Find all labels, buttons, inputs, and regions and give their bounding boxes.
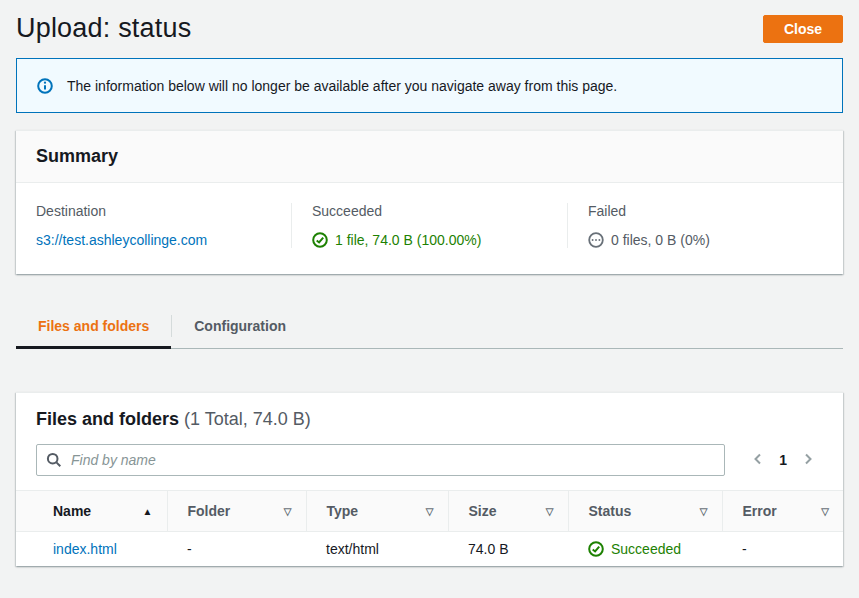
sort-unsorted-icon: ▽ xyxy=(821,506,829,517)
summary-header: Summary xyxy=(16,131,843,183)
succeeded-label: Succeeded xyxy=(312,203,547,219)
column-label-type: Type xyxy=(327,503,359,519)
failed-value: 0 files, 0 B (0%) xyxy=(611,232,710,248)
cell-folder: - xyxy=(167,532,306,567)
upload-status-page: Upload: status Close The information bel… xyxy=(0,0,859,566)
tab-bar: Files and folders Configuration xyxy=(16,304,843,349)
files-table-card: Files and folders (1 Total, 74.0 B) xyxy=(16,392,843,566)
success-check-circle-icon xyxy=(588,541,604,557)
cell-type: text/html xyxy=(306,532,448,567)
succeeded-value: 1 file, 74.0 B (100.00%) xyxy=(335,232,481,248)
column-header-folder[interactable]: Folder▽ xyxy=(167,491,306,532)
cell-status: Succeeded xyxy=(568,532,722,567)
sort-ascending-icon: ▲ xyxy=(143,506,153,517)
chevron-left-icon xyxy=(750,451,766,470)
column-header-type[interactable]: Type▽ xyxy=(306,491,448,532)
summary-body: Destination s3://test.ashleycollinge.com… xyxy=(16,183,843,274)
column-label-folder: Folder xyxy=(188,503,231,519)
search-icon xyxy=(46,452,62,471)
column-header-name[interactable]: Name▲ xyxy=(16,491,167,532)
sort-unsorted-icon: ▽ xyxy=(546,506,554,517)
success-check-circle-icon xyxy=(312,232,328,248)
column-header-error[interactable]: Error▽ xyxy=(722,491,843,532)
column-label-name: Name xyxy=(53,503,91,519)
table-toolbar: 1 xyxy=(16,442,843,490)
column-label-size: Size xyxy=(469,503,497,519)
summary-succeeded: Succeeded 1 file, 74.0 B (100.00%) xyxy=(291,203,567,248)
page-number[interactable]: 1 xyxy=(773,452,793,468)
files-table-title: Files and folders xyxy=(36,409,179,429)
destination-link[interactable]: s3://test.ashleycollinge.com xyxy=(36,232,207,248)
succeeded-value-line: 1 file, 74.0 B (100.00%) xyxy=(312,232,547,248)
page-title: Upload: status xyxy=(16,13,191,44)
pagination: 1 xyxy=(743,445,823,475)
column-header-size[interactable]: Size▽ xyxy=(448,491,568,532)
ellipsis-circle-icon xyxy=(588,232,604,248)
failed-label: Failed xyxy=(588,203,823,219)
info-circle-icon xyxy=(37,78,53,94)
files-table-header: Files and folders (1 Total, 74.0 B) xyxy=(16,393,843,442)
sort-unsorted-icon: ▽ xyxy=(426,506,434,517)
summary-panel: Summary Destination s3://test.ashleycoll… xyxy=(16,130,843,274)
search-input[interactable] xyxy=(36,444,725,476)
cell-error: - xyxy=(722,532,843,567)
summary-title: Summary xyxy=(36,146,823,167)
table-header-row: Name▲ Folder▽ Type▽ Size▽ Status▽ xyxy=(16,491,843,532)
sort-unsorted-icon: ▽ xyxy=(700,506,708,517)
search-box xyxy=(36,444,725,476)
table-row: index.html - text/html 74.0 B xyxy=(16,532,843,567)
summary-failed: Failed 0 files, 0 B (0%) xyxy=(567,203,843,248)
close-button[interactable]: Close xyxy=(763,15,843,43)
file-name-link[interactable]: index.html xyxy=(53,541,117,557)
tab-files-and-folders-label: Files and folders xyxy=(38,318,149,334)
column-header-status[interactable]: Status▽ xyxy=(568,491,722,532)
destination-label: Destination xyxy=(36,203,271,219)
tab-configuration-label: Configuration xyxy=(194,318,286,334)
cell-size: 74.0 B xyxy=(448,532,568,567)
info-alert: The information below will no longer be … xyxy=(16,58,843,113)
column-label-error: Error xyxy=(743,503,777,519)
info-alert-text: The information below will no longer be … xyxy=(67,78,617,94)
chevron-right-icon xyxy=(800,451,816,470)
previous-page-button[interactable] xyxy=(743,445,773,475)
files-table: Name▲ Folder▽ Type▽ Size▽ Status▽ xyxy=(16,490,843,566)
tab-files-and-folders[interactable]: Files and folders xyxy=(16,304,171,348)
page-header: Upload: status Close xyxy=(16,0,843,55)
files-table-count: (1 Total, 74.0 B) xyxy=(184,409,311,429)
status-text: Succeeded xyxy=(611,541,681,557)
column-label-status: Status xyxy=(589,503,632,519)
tab-configuration[interactable]: Configuration xyxy=(172,304,308,348)
failed-value-line: 0 files, 0 B (0%) xyxy=(588,232,823,248)
next-page-button[interactable] xyxy=(793,445,823,475)
sort-unsorted-icon: ▽ xyxy=(284,506,292,517)
summary-destination: Destination s3://test.ashleycollinge.com xyxy=(16,203,291,248)
